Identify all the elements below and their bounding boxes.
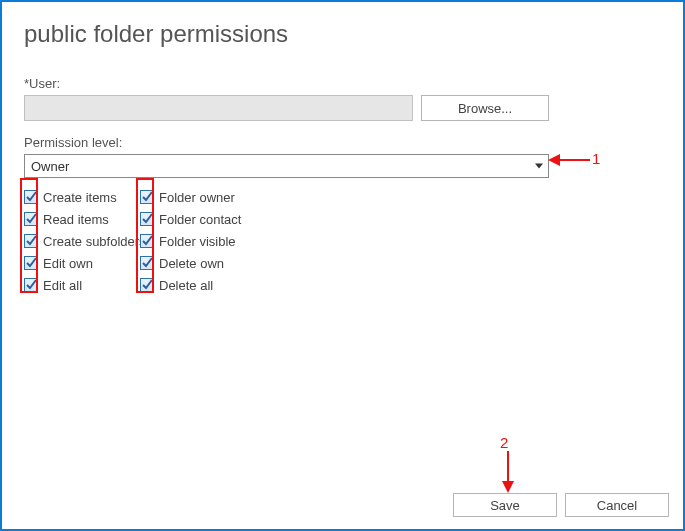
checkbox-folder-contact[interactable] — [140, 212, 154, 226]
svg-marker-3 — [502, 481, 514, 493]
perm-label: Edit own — [43, 256, 93, 271]
page-title: public folder permissions — [24, 20, 669, 48]
perm-folder-contact[interactable]: Folder contact — [140, 208, 340, 230]
permissions-col-2: Folder owner Folder contact Folder visib… — [140, 186, 340, 296]
annotation-label-1: 1 — [592, 150, 600, 167]
checkbox-create-subfolders[interactable] — [24, 234, 38, 248]
dialog-footer: Save Cancel — [453, 493, 669, 517]
permissions-col-1: Create items Read items Create subfolder… — [24, 186, 140, 296]
user-row: Browse... — [24, 95, 549, 121]
perm-label: Create items — [43, 190, 117, 205]
svg-marker-1 — [548, 154, 560, 166]
perm-create-subfolders[interactable]: Create subfolders — [24, 230, 140, 252]
checkbox-folder-visible[interactable] — [140, 234, 154, 248]
user-input[interactable] — [24, 95, 413, 121]
cancel-button[interactable]: Cancel — [565, 493, 669, 517]
perm-folder-owner[interactable]: Folder owner — [140, 186, 340, 208]
perm-label: Read items — [43, 212, 109, 227]
permission-level-select[interactable]: Owner — [24, 154, 549, 178]
perm-label: Delete own — [159, 256, 224, 271]
perm-folder-visible[interactable]: Folder visible — [140, 230, 340, 252]
perm-label: Edit all — [43, 278, 82, 293]
annotation-arrow-2 — [498, 449, 518, 496]
perm-edit-own[interactable]: Edit own — [24, 252, 140, 274]
annotation-label-2: 2 — [500, 434, 508, 451]
perm-label: Folder visible — [159, 234, 236, 249]
perm-edit-all[interactable]: Edit all — [24, 274, 140, 296]
checkbox-read-items[interactable] — [24, 212, 38, 226]
checkbox-delete-own[interactable] — [140, 256, 154, 270]
dialog-window: public folder permissions *User: Browse.… — [0, 0, 685, 531]
permission-level-label: Permission level: — [24, 135, 669, 150]
annotation-arrow-1 — [548, 150, 592, 173]
perm-delete-all[interactable]: Delete all — [140, 274, 340, 296]
save-button[interactable]: Save — [453, 493, 557, 517]
checkbox-folder-owner[interactable] — [140, 190, 154, 204]
perm-read-items[interactable]: Read items — [24, 208, 140, 230]
checkbox-delete-all[interactable] — [140, 278, 154, 292]
perm-label: Create subfolders — [43, 234, 146, 249]
permission-select-wrap: Owner — [24, 154, 549, 178]
browse-button[interactable]: Browse... — [421, 95, 549, 121]
perm-create-items[interactable]: Create items — [24, 186, 140, 208]
perm-label: Folder contact — [159, 212, 241, 227]
permissions-grid: Create items Read items Create subfolder… — [24, 186, 669, 296]
checkbox-edit-all[interactable] — [24, 278, 38, 292]
checkbox-create-items[interactable] — [24, 190, 38, 204]
perm-label: Folder owner — [159, 190, 235, 205]
checkbox-edit-own[interactable] — [24, 256, 38, 270]
user-label: *User: — [24, 76, 669, 91]
perm-delete-own[interactable]: Delete own — [140, 252, 340, 274]
perm-label: Delete all — [159, 278, 213, 293]
